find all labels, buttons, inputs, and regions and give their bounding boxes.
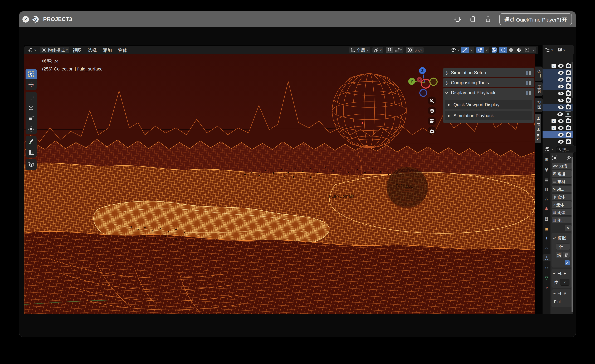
physics-rigid-body-button[interactable]: ▦刚体 (552, 209, 572, 216)
outliner-scrollbar[interactable] (572, 62, 573, 98)
delete-bake-button[interactable] (563, 252, 570, 258)
physics-close-button[interactable]: × (565, 225, 572, 231)
panel-display-playback[interactable]: ❯Display and Playback⣿⣿ ▶Quick Viewport … (443, 88, 534, 123)
outliner-row[interactable]: ✓ (543, 62, 573, 69)
outliner-checkbox[interactable]: ✓ (552, 119, 556, 123)
visibility-eye-icon[interactable] (558, 85, 564, 89)
properties-tab-scene[interactable]: △ (543, 195, 551, 202)
properties-tab-world[interactable]: ⊕ (543, 205, 551, 212)
outliner-filter-button[interactable]: ∨ (556, 47, 566, 53)
shading-wireframe-button[interactable] (499, 47, 507, 53)
properties-tab-physics[interactable]: ◎ (543, 254, 551, 261)
physics-soft-body-button[interactable]: ◎软体 (552, 193, 572, 200)
pin-icon[interactable] (566, 155, 571, 160)
outliner-checkbox[interactable]: ✓ (552, 64, 556, 68)
outliner-row[interactable] (543, 76, 573, 83)
pan-hand-icon[interactable] (428, 107, 436, 115)
physics-fluid-button[interactable]: ○流体 (552, 201, 572, 208)
physics-cloth-button[interactable]: ▤布料 (552, 178, 572, 185)
camera-view-icon[interactable] (428, 117, 436, 125)
tool-rotate[interactable] (26, 102, 36, 113)
proportional-falloff-dropdown[interactable]: ∨ (413, 47, 424, 53)
physics-force-field-button[interactable]: ⋙力场 (552, 162, 572, 169)
render-camera-icon[interactable] (566, 70, 571, 75)
visibility-eye-icon[interactable] (558, 119, 564, 123)
properties-tab-tool[interactable]: ⚙ (543, 156, 551, 163)
discard-icon[interactable]: ⃠ (32, 16, 39, 23)
viewport-3d[interactable]: 帧率: 24 (256) Collection | fluid_surface … (24, 54, 535, 314)
sidebar-tab-tool[interactable]: 工具 (535, 82, 543, 96)
panel-compositing-tools[interactable]: ❯Compositing Tools⣿⣿ (443, 78, 534, 87)
outliner-editor-type-button[interactable]: ∨ (544, 47, 554, 53)
outliner-checkbox[interactable]: ✓ (552, 126, 556, 130)
properties-tab-render[interactable]: ◉ (543, 166, 551, 173)
outliner-row[interactable] (543, 138, 573, 145)
pivot-point-dropdown[interactable]: ∨ (372, 47, 383, 53)
visibility-eye-icon[interactable] (558, 71, 564, 75)
render-camera-icon[interactable] (566, 98, 571, 103)
visibility-eye-icon[interactable] (558, 64, 564, 68)
visibility-eye-icon[interactable] (558, 99, 564, 102)
properties-tab-view-layer[interactable]: ▥ (543, 186, 551, 192)
gizmo-z-axis[interactable]: Z (419, 67, 426, 74)
properties-tab-collection[interactable]: ▦ (543, 215, 551, 222)
bake-button[interactable]: 烘 (556, 252, 562, 258)
menu-view[interactable]: 视图 (72, 47, 81, 53)
panel-simulation[interactable]: ❯模拟 计... 烘 ✓ (552, 233, 572, 268)
tool-select-box[interactable] (26, 69, 36, 79)
outliner-row[interactable]: ✓ (543, 117, 573, 124)
mode-dropdown[interactable]: 物体模式 ∨ (40, 47, 69, 53)
gizmos-toggle[interactable] (461, 47, 469, 53)
navigation-gizmo[interactable]: Z Y X (409, 66, 440, 97)
visibility-eye-icon[interactable] (557, 112, 563, 116)
render-camera-icon[interactable] (566, 77, 571, 82)
panel-flip-type[interactable]: ❯FLIP 类 ∨ (552, 269, 572, 288)
render-camera-icon[interactable] (566, 119, 571, 123)
gizmos-dropdown[interactable]: ∨ (469, 47, 474, 53)
close-window-icon[interactable]: ✕ (22, 16, 29, 23)
render-camera-icon[interactable] (566, 91, 571, 96)
outliner-row[interactable] (543, 83, 573, 90)
subpanel-quick-viewport-display[interactable]: ▶Quick Viewport Display: (445, 100, 532, 109)
sidebar-tab-view[interactable]: 视图 (535, 98, 543, 112)
properties-tab-object[interactable]: ▣ (543, 225, 551, 232)
physics-collision-button[interactable]: ▨碰撞 (552, 170, 572, 177)
panel-simulation-setup[interactable]: ❯Simulation Setup⣿⣿ (443, 68, 534, 77)
render-camera-icon[interactable] (566, 105, 571, 110)
panel-grip-icon[interactable]: ⣿⣿ (526, 72, 532, 74)
lock-view-icon[interactable] (428, 126, 436, 135)
render-camera-icon[interactable] (566, 126, 571, 130)
visibility-eye-icon[interactable] (558, 126, 564, 130)
shading-rendered-button[interactable] (523, 47, 531, 53)
open-with-quicktime-button[interactable]: 通过 QuickTime Player打开 (499, 14, 572, 25)
tool-move[interactable] (26, 92, 36, 102)
panel-flip-fluid[interactable]: ❯FLIP Flui... (552, 289, 572, 307)
visibility-eye-icon[interactable] (558, 92, 564, 95)
shading-material-button[interactable] (515, 47, 523, 53)
render-camera-icon[interactable] (566, 132, 571, 137)
overlays-toggle[interactable] (476, 47, 484, 53)
gizmo-y-axis[interactable]: Y (408, 78, 415, 85)
visibility-eye-icon[interactable] (558, 133, 564, 137)
sidebar-tab-item[interactable]: 条目 (535, 67, 543, 81)
tool-measure[interactable] (26, 147, 36, 158)
xray-toggle[interactable] (492, 47, 497, 53)
rotate-icon[interactable] (469, 15, 477, 23)
menu-select[interactable]: 选择 (88, 47, 97, 53)
render-camera-icon[interactable] (566, 139, 571, 144)
outliner-row[interactable] (543, 104, 573, 111)
properties-search-input[interactable]: 搜... (556, 146, 576, 152)
physics-dynamic-paint-button[interactable]: ∿动... (552, 186, 572, 192)
visibility-eye-icon[interactable] (558, 78, 564, 82)
outliner-row[interactable] (543, 90, 573, 97)
overlays-dropdown[interactable]: ∨ (484, 47, 489, 53)
outliner-row[interactable]: ✕ (543, 111, 573, 117)
gizmo-y-neg[interactable] (429, 78, 438, 86)
properties-tab-constraints[interactable]: ◌ (543, 264, 551, 271)
tool-scale[interactable] (26, 113, 36, 124)
shading-dropdown[interactable]: ∨ (531, 47, 536, 53)
gizmo-z-neg[interactable] (419, 89, 427, 97)
panel-grip-icon[interactable]: ⣿⣿ (526, 82, 532, 84)
shading-solid-button[interactable] (507, 47, 515, 53)
visibility-dropdown[interactable]: ∨ (450, 47, 461, 53)
